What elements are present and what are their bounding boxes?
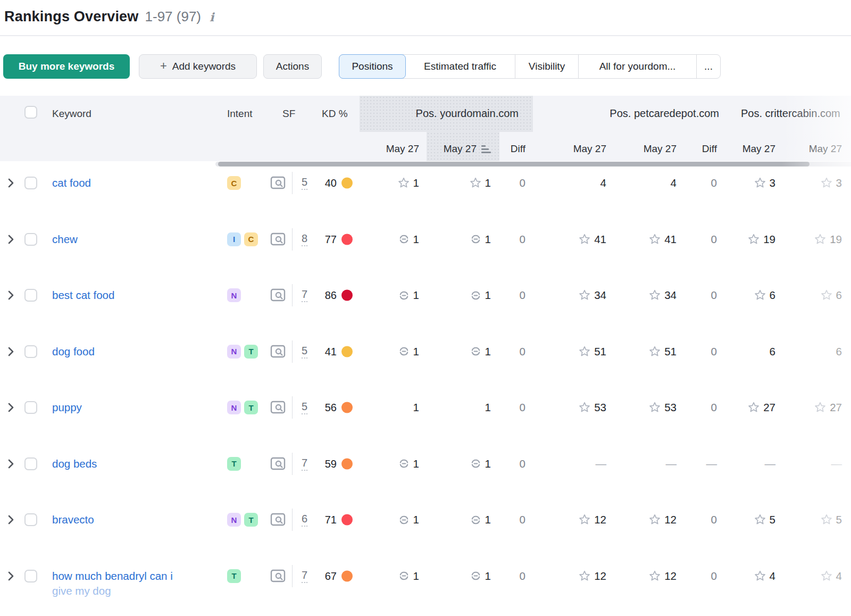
column-header-intent[interactable]: Intent bbox=[227, 108, 253, 120]
star-icon bbox=[648, 570, 661, 582]
keyword-link[interactable]: best cat food bbox=[52, 288, 114, 303]
keyword-link[interactable]: puppy bbox=[52, 400, 82, 415]
position-value: 1 bbox=[413, 457, 419, 470]
star-icon bbox=[578, 345, 591, 358]
keyword-link[interactable]: chew bbox=[52, 232, 78, 247]
expand-chevron-icon[interactable] bbox=[7, 459, 14, 469]
tab-positions[interactable]: Positions bbox=[339, 54, 406, 79]
kd-cell: 86 bbox=[325, 289, 353, 302]
keyword-link[interactable]: how much benadryl can igive my dog bbox=[52, 569, 173, 598]
sf-count[interactable]: 5 bbox=[302, 401, 307, 414]
row-checkbox[interactable] bbox=[24, 457, 37, 470]
serp-features-icon[interactable] bbox=[270, 288, 286, 303]
star-icon bbox=[648, 345, 661, 358]
group-header-crittercabin[interactable]: Pos. crittercabin.com bbox=[741, 107, 840, 120]
row-checkbox[interactable] bbox=[24, 513, 37, 526]
expand-chevron-icon[interactable] bbox=[7, 514, 14, 525]
sf-count[interactable]: 5 bbox=[302, 176, 307, 190]
position-cell: 12 bbox=[578, 570, 606, 582]
column-header-sf[interactable]: SF bbox=[282, 108, 295, 120]
subcolumn-may27-1[interactable]: May 27 bbox=[386, 143, 419, 155]
row-checkbox[interactable] bbox=[24, 177, 37, 189]
serp-features-icon[interactable] bbox=[270, 401, 286, 415]
expand-chevron-icon[interactable] bbox=[7, 290, 14, 301]
kd-difficulty-dot bbox=[341, 514, 353, 526]
expand-chevron-icon[interactable] bbox=[7, 571, 14, 581]
position-value: 0 bbox=[711, 401, 717, 414]
expand-chevron-icon[interactable] bbox=[7, 346, 14, 357]
tab-all-for-domain[interactable]: All for yourdom... bbox=[579, 55, 697, 78]
position-cell: 1 bbox=[470, 457, 491, 470]
position-value: 12 bbox=[594, 570, 606, 582]
kd-difficulty-dot bbox=[341, 290, 353, 301]
keyword-link[interactable]: cat food bbox=[52, 176, 91, 190]
sf-count[interactable]: 6 bbox=[302, 513, 307, 527]
position-value: 19 bbox=[763, 233, 775, 246]
row-checkbox[interactable] bbox=[24, 570, 37, 582]
serp-features-icon[interactable] bbox=[270, 176, 286, 190]
star-icon bbox=[578, 401, 591, 414]
position-cell: — bbox=[666, 457, 677, 470]
serp-features-icon[interactable] bbox=[270, 456, 286, 471]
tab-more[interactable]: ... bbox=[697, 55, 720, 78]
subcolumn-diff-1[interactable]: Diff bbox=[511, 143, 525, 155]
tab-visibility[interactable]: Visibility bbox=[515, 55, 579, 78]
serp-features-icon[interactable] bbox=[270, 513, 286, 527]
position-value: 6 bbox=[770, 289, 775, 302]
group-header-yourdomain[interactable]: Pos. yourdomain.com bbox=[416, 107, 519, 120]
subcolumn-may27-5[interactable]: May 27 bbox=[742, 143, 775, 155]
sf-count[interactable]: 8 bbox=[302, 232, 307, 246]
subcolumn-may27-6[interactable]: May 27 bbox=[809, 143, 842, 155]
sf-count[interactable]: 7 bbox=[302, 569, 307, 583]
select-all-checkbox[interactable] bbox=[24, 106, 37, 119]
keyword-link[interactable]: dog food bbox=[52, 344, 95, 359]
info-icon[interactable]: i bbox=[207, 10, 214, 24]
expand-chevron-icon[interactable] bbox=[7, 402, 14, 413]
subcolumn-may27-2-sorted[interactable]: May 27 bbox=[444, 143, 491, 155]
position-cell: 0 bbox=[711, 401, 717, 414]
buy-more-keywords-button[interactable]: Buy more keywords bbox=[3, 54, 130, 79]
expand-chevron-icon[interactable] bbox=[7, 178, 14, 188]
position-cell: 0 bbox=[520, 401, 525, 414]
subcolumn-may27-3[interactable]: May 27 bbox=[573, 143, 606, 155]
row-checkbox[interactable] bbox=[24, 289, 37, 302]
position-cell: 1 bbox=[397, 177, 419, 189]
position-value: 1 bbox=[413, 401, 419, 414]
row-checkbox[interactable] bbox=[24, 401, 37, 414]
row-checkbox[interactable] bbox=[24, 233, 37, 246]
position-cell: 5 bbox=[820, 513, 842, 526]
sf-divider bbox=[292, 396, 293, 419]
group-header-petcaredepot[interactable]: Pos. petcaredepot.com bbox=[610, 107, 719, 120]
actions-button[interactable]: Actions bbox=[263, 54, 322, 79]
add-keywords-button[interactable]: + Add keywords bbox=[139, 54, 257, 79]
keyword-link[interactable]: dog beds bbox=[52, 456, 97, 471]
table-row: how much benadryl can igive my dogT76711… bbox=[0, 559, 851, 615]
position-value: 4 bbox=[671, 177, 677, 189]
serp-features-icon[interactable] bbox=[270, 344, 286, 359]
subcolumn-diff-2[interactable]: Diff bbox=[702, 143, 717, 155]
column-header-keyword[interactable]: Keyword bbox=[52, 108, 91, 120]
row-checkbox[interactable] bbox=[24, 345, 37, 358]
position-cell: 0 bbox=[520, 233, 525, 246]
serp-features-icon[interactable] bbox=[270, 569, 286, 583]
position-value: 41 bbox=[594, 233, 606, 246]
serp-features-icon[interactable] bbox=[270, 232, 286, 246]
star-icon bbox=[820, 513, 833, 526]
expand-chevron-icon[interactable] bbox=[7, 234, 14, 245]
tab-estimated-traffic[interactable]: Estimated traffic bbox=[405, 55, 515, 78]
intent-badges: IC bbox=[227, 232, 258, 246]
link-icon bbox=[398, 457, 410, 470]
kd-difficulty-dot bbox=[341, 178, 353, 189]
position-cell: 51 bbox=[648, 345, 677, 358]
sf-count[interactable]: 5 bbox=[302, 345, 307, 359]
subcolumn-may27-4[interactable]: May 27 bbox=[644, 143, 677, 155]
sf-count[interactable]: 7 bbox=[302, 288, 307, 302]
position-value: 4 bbox=[770, 570, 775, 582]
link-icon bbox=[398, 233, 410, 245]
sf-count[interactable]: 7 bbox=[302, 457, 307, 471]
position-cell: 27 bbox=[747, 401, 775, 414]
sf-divider bbox=[292, 228, 293, 251]
keyword-link[interactable]: bravecto bbox=[52, 512, 94, 527]
table-row: bravectoNT6711101212055 bbox=[0, 503, 851, 559]
column-header-kd[interactable]: KD % bbox=[322, 108, 348, 120]
